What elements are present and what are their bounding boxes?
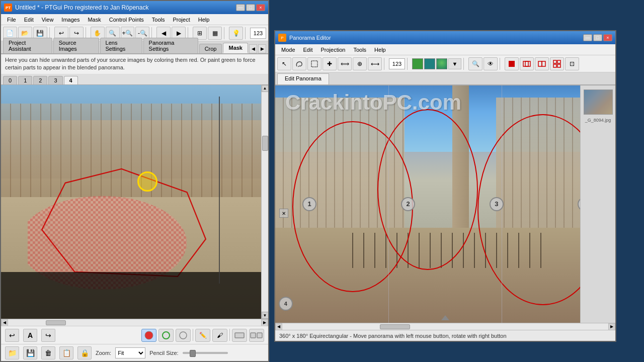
tab-scroll-right[interactable]: ▶ xyxy=(258,44,266,53)
tab-crop[interactable]: Crop xyxy=(199,44,222,53)
folder-btn[interactable]: 📁 xyxy=(5,346,19,359)
copy-btn[interactable]: 📋 xyxy=(59,346,73,359)
pano-menu-projection[interactable]: Projection xyxy=(317,46,350,54)
teal-color-btn[interactable] xyxy=(424,58,435,69)
scroll-thumb-v[interactable] xyxy=(262,136,268,151)
h-scroll-thumb[interactable] xyxy=(46,320,66,325)
pano-menu-mode[interactable]: Mode xyxy=(277,46,299,54)
tab-project-assistant[interactable]: Project Assistant xyxy=(3,38,52,53)
close-button[interactable]: × xyxy=(256,4,265,11)
menu-control-points[interactable]: Control Points xyxy=(105,16,148,24)
pencil-size-slider[interactable] xyxy=(183,352,228,354)
pano-cursor-btn[interactable]: ↖ xyxy=(277,57,291,70)
pano-window-title: Panorama Editor xyxy=(289,35,331,41)
svg-rect-4 xyxy=(235,333,244,338)
pano-scrollbar-h[interactable]: ◀ ▶ xyxy=(275,323,615,330)
pano-tab-edit[interactable]: Edit Panorama xyxy=(277,73,329,84)
split-rect-tool[interactable] xyxy=(249,329,264,342)
bottom-toolbar-1: ↩ A ↪ ✏️ 🖌 xyxy=(1,326,268,344)
pano-rect-select-btn[interactable] xyxy=(307,57,321,70)
pano-h-track[interactable] xyxy=(282,324,608,330)
pano-center-btn[interactable]: ⊕ xyxy=(353,57,367,70)
pano-red-sq-btn[interactable] xyxy=(505,57,519,70)
pano-expand-btn[interactable]: ⟷ xyxy=(368,57,382,70)
img-tab-1[interactable]: 1 xyxy=(18,76,32,84)
lock-btn[interactable]: 🔒 xyxy=(77,346,92,359)
pan-icon xyxy=(538,60,546,68)
venice-image xyxy=(1,85,268,319)
scroll-down-button[interactable]: ▼ xyxy=(262,312,269,319)
tab-panorama-settings[interactable]: Panorama Settings xyxy=(143,38,198,53)
rect-tool[interactable] xyxy=(232,329,247,342)
image-number-tabs: 0 1 2 3 4 xyxy=(1,74,268,85)
pano-pan-btn[interactable] xyxy=(535,57,549,70)
pano-menu-tools[interactable]: Tools xyxy=(349,46,370,54)
menu-bar: File Edit View Images Mask Control Point… xyxy=(1,14,268,25)
pano-last-btn[interactable]: ⊡ xyxy=(565,57,579,70)
green-color-btn[interactable] xyxy=(412,58,423,69)
img-tab-0[interactable]: 0 xyxy=(3,76,17,84)
red-fill-tool[interactable] xyxy=(141,329,156,342)
img-tab-4[interactable]: 4 xyxy=(64,76,78,84)
pano-h-right[interactable]: ▶ xyxy=(608,323,615,330)
pano-x-close[interactable]: ✕ xyxy=(279,209,288,218)
menu-images[interactable]: Images xyxy=(57,16,84,24)
minimize-button[interactable]: — xyxy=(236,4,245,11)
pano-h-thumb[interactable] xyxy=(380,324,410,329)
img-tab-3[interactable]: 3 xyxy=(48,76,62,84)
menu-help[interactable]: Help xyxy=(194,16,214,24)
pano-thumbnail[interactable] xyxy=(584,89,613,115)
pano-close-button[interactable]: × xyxy=(603,34,612,41)
delete-btn[interactable]: 🗑 xyxy=(41,346,55,359)
sphere-btn[interactable] xyxy=(436,58,447,69)
pano-move-h-btn[interactable]: ⟺ xyxy=(338,57,352,70)
save-btn[interactable]: 💾 xyxy=(23,346,37,359)
image-scrollbar-h[interactable]: ◀ ▶ xyxy=(1,319,268,326)
pano-minimize-button[interactable]: — xyxy=(583,34,592,41)
table-button[interactable]: ▦ xyxy=(208,27,222,40)
tab-scroll-left[interactable]: ◀ xyxy=(249,44,257,53)
maximize-button[interactable]: □ xyxy=(246,4,255,11)
pano-menu-edit[interactable]: Edit xyxy=(299,46,317,54)
text-label-btn[interactable]: A xyxy=(23,329,37,342)
circle-outline-tool[interactable] xyxy=(176,329,191,342)
pano-overlap-btn[interactable] xyxy=(520,57,534,70)
lightbulb-button[interactable]: 💡 xyxy=(229,27,243,40)
undo-btn[interactable]: ↩ xyxy=(5,329,19,342)
menu-project[interactable]: Project xyxy=(169,16,194,24)
tab-lens-settings[interactable]: Lens Settings xyxy=(100,38,142,53)
pano-add-btn[interactable]: ✚ xyxy=(323,57,337,70)
redo-btn[interactable]: ↪ xyxy=(41,329,55,342)
pano-lasso-btn[interactable] xyxy=(292,57,306,70)
tab-mask[interactable]: Mask xyxy=(223,43,248,53)
menu-mask[interactable]: Mask xyxy=(84,16,105,24)
menu-file[interactable]: File xyxy=(3,16,20,24)
zoom-select[interactable]: Fit 25% 50% 100% xyxy=(115,347,145,358)
pano-viewer[interactable]: CrackintoPC.com 1 2 3 0 4 ✕ ▲ ▼ xyxy=(275,85,615,323)
pano-eye-btn[interactable]: 👁 xyxy=(484,57,498,70)
pano-number-display: 123 xyxy=(389,58,405,69)
eraser-tool[interactable]: 🖌 xyxy=(212,329,227,342)
image-area[interactable]: ▲ ▼ xyxy=(1,85,268,319)
menu-tools[interactable]: Tools xyxy=(148,16,169,24)
scroll-track-v[interactable] xyxy=(262,92,268,312)
green-circle-tool[interactable] xyxy=(158,329,174,342)
scroll-right-button[interactable]: ▶ xyxy=(261,319,268,326)
pano-maximize-button[interactable]: □ xyxy=(593,34,602,41)
scroll-up-button[interactable]: ▲ xyxy=(262,85,269,92)
pencil-tool[interactable]: ✏️ xyxy=(195,329,210,342)
tab-source-images[interactable]: Source Images xyxy=(53,38,99,53)
pano-four-sq-btn[interactable] xyxy=(550,57,564,70)
pano-magnify-btn[interactable]: 🔍 xyxy=(468,57,482,70)
slider-thumb[interactable] xyxy=(190,350,196,357)
pano-num-1: 1 xyxy=(302,197,316,211)
thumb-image xyxy=(584,90,612,114)
scroll-left-button[interactable]: ◀ xyxy=(1,319,8,326)
img-tab-2[interactable]: 2 xyxy=(33,76,47,84)
h-scroll-track[interactable] xyxy=(8,320,261,326)
pano-menu-help[interactable]: Help xyxy=(370,46,390,54)
pano-h-left[interactable]: ◀ xyxy=(275,323,282,330)
menu-edit[interactable]: Edit xyxy=(20,16,38,24)
menu-view[interactable]: View xyxy=(38,16,58,24)
pano-dropdown-btn[interactable]: ▼ xyxy=(448,58,461,69)
